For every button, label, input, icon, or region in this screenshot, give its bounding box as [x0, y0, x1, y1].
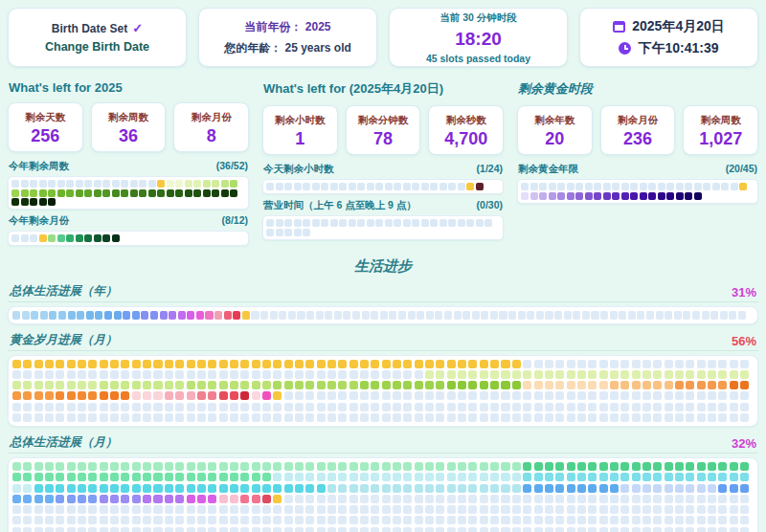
progress-cell	[642, 505, 651, 514]
progress-cell	[585, 183, 593, 190]
progress-cell	[208, 381, 216, 389]
current-year-card: 当前年份： 2025 您的年龄： 25 years old	[198, 8, 377, 67]
progress-cell	[731, 183, 738, 190]
progress-cell	[408, 311, 416, 320]
progress-cell	[490, 495, 499, 503]
progress-cell	[436, 391, 444, 400]
progress-cell	[240, 391, 249, 400]
progress-cell	[273, 381, 282, 389]
progress-cell	[252, 360, 260, 368]
progress-cell	[175, 403, 184, 411]
birth-status-label: Birth Date Set	[52, 22, 127, 35]
progress-cell	[66, 180, 74, 188]
progress-cell	[153, 473, 162, 481]
progress-cell	[143, 516, 151, 524]
progress-cell	[240, 473, 249, 481]
progress-cell	[112, 180, 120, 188]
progress-cell	[567, 391, 575, 400]
progress-cell	[425, 413, 434, 422]
square-row	[11, 234, 245, 242]
progress-cell	[382, 462, 391, 471]
progress-cell	[110, 495, 119, 503]
progress-cell	[545, 495, 553, 503]
progress-cell	[230, 484, 238, 493]
progress-cell	[45, 473, 54, 481]
progress-cell	[153, 527, 162, 532]
progress-cell	[22, 311, 30, 320]
progress-cell	[110, 473, 119, 481]
progress-cell	[294, 229, 302, 236]
progress-cell	[501, 505, 509, 514]
progress-cell	[567, 413, 575, 422]
progress-cell	[230, 381, 238, 389]
progress-cell	[468, 505, 477, 514]
progress-cell	[534, 527, 543, 532]
progress-cell	[730, 527, 738, 532]
progress-cell	[327, 484, 336, 493]
progress-cell	[425, 505, 434, 514]
progress-cell	[642, 516, 651, 524]
progress-cell	[208, 495, 216, 503]
progress-cell	[415, 370, 423, 379]
stat-card-row: 剩余天数 256 剩余周数 36 剩余月份 8	[8, 102, 249, 152]
progress-cell	[112, 234, 120, 242]
progress-cell	[708, 527, 716, 532]
progress-cell	[230, 527, 238, 532]
progress-cell	[740, 413, 749, 422]
progress-cell	[686, 370, 694, 379]
progress-cell	[490, 473, 499, 481]
progress-cell	[327, 462, 336, 471]
progress-cell	[197, 484, 206, 493]
progress-cell	[730, 391, 738, 400]
progress-cell	[436, 473, 444, 481]
progress-cell	[187, 516, 195, 524]
change-birth-date-button[interactable]: Change Birth Date	[45, 40, 149, 54]
progress-cell	[393, 413, 401, 422]
progress-cell	[490, 516, 499, 524]
progress-cell	[686, 403, 694, 411]
progress-cell	[718, 381, 727, 389]
progress-cell	[219, 370, 228, 379]
progress-cell	[367, 183, 374, 190]
progress-cell	[67, 473, 76, 481]
progress-cell	[545, 473, 553, 481]
progress-cell	[305, 370, 314, 379]
progress-cell	[393, 484, 401, 493]
progress-cell	[501, 462, 509, 471]
progress-cell	[148, 189, 156, 197]
progress-cell	[740, 516, 749, 524]
progress-cell	[34, 413, 43, 422]
progress-cell	[67, 370, 76, 379]
progress-cell	[240, 527, 249, 532]
bar-count: (8/12)	[222, 214, 248, 228]
progress-cell	[240, 516, 249, 524]
progress-cell	[240, 462, 249, 471]
progress-cell	[305, 381, 314, 389]
progress-cell	[316, 311, 324, 320]
progress-cell	[45, 403, 54, 411]
progress-cell	[362, 311, 370, 320]
progress-cell	[100, 505, 108, 514]
progress-cell	[56, 360, 64, 368]
progress-cell	[100, 495, 108, 503]
progress-cell	[530, 183, 538, 190]
progress-cell	[338, 370, 347, 379]
date-line: 2025年4月20日	[613, 18, 725, 35]
progress-cell	[674, 311, 682, 320]
progress-cell	[325, 311, 332, 320]
square-row	[12, 391, 754, 400]
progress-cell	[187, 381, 195, 389]
progress-cell	[632, 360, 641, 368]
progress-cell	[523, 370, 531, 379]
progress-cell	[466, 219, 474, 227]
progress-cell	[84, 234, 92, 242]
progress-cell	[653, 360, 662, 368]
progress-cell	[545, 505, 553, 514]
life-year-grid	[8, 306, 758, 324]
progress-cell	[481, 311, 488, 320]
progress-cell	[697, 370, 706, 379]
progress-cell	[317, 473, 326, 481]
progress-cell	[600, 311, 608, 320]
progress-cell	[284, 370, 293, 379]
progress-cell	[588, 527, 597, 532]
